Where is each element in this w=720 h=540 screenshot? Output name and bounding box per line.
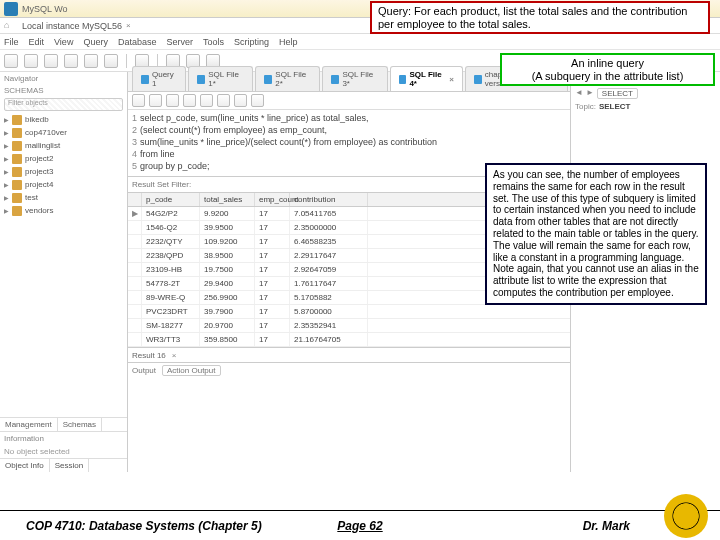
editor-button[interactable] xyxy=(132,94,145,107)
menu-server[interactable]: Server xyxy=(166,37,193,47)
expand-icon[interactable]: ▶ xyxy=(4,142,10,149)
select-command[interactable]: SELECT xyxy=(597,88,638,99)
cell[interactable]: 5.1705882 xyxy=(290,291,368,304)
schema-item[interactable]: ▶project4 xyxy=(4,178,123,191)
cell[interactable]: 17 xyxy=(255,333,290,346)
cell[interactable]: 2232/QTY xyxy=(142,235,200,248)
cell[interactable]: 23109-HB xyxy=(142,263,200,276)
editor-button[interactable] xyxy=(200,94,213,107)
col-totalsales[interactable]: total_sales xyxy=(200,193,255,206)
back-icon[interactable]: ◄ xyxy=(575,88,583,99)
table-row[interactable]: WR3/TT3359.85001721.16764705 xyxy=(128,333,570,347)
tab-object-info[interactable]: Object Info xyxy=(0,459,50,472)
cell[interactable]: 2238/QPD xyxy=(142,249,200,262)
cell[interactable]: 2.29117647 xyxy=(290,249,368,262)
tab-sqlfile4[interactable]: SQL File 4*× xyxy=(390,66,463,91)
cell[interactable]: 17 xyxy=(255,305,290,318)
cell[interactable]: 256.9900 xyxy=(200,291,255,304)
output-type-select[interactable]: Action Output xyxy=(162,365,220,376)
tab-sqlfile2[interactable]: SQL File 2* xyxy=(255,66,320,91)
cell[interactable]: 17 xyxy=(255,319,290,332)
cell[interactable]: 20.9700 xyxy=(200,319,255,332)
cell[interactable]: 89-WRE-Q xyxy=(142,291,200,304)
editor-button[interactable] xyxy=(183,94,196,107)
editor-button[interactable] xyxy=(149,94,162,107)
forward-icon[interactable]: ► xyxy=(586,88,594,99)
cell[interactable]: 17 xyxy=(255,249,290,262)
cell[interactable]: 38.9500 xyxy=(200,249,255,262)
tab-management[interactable]: Management xyxy=(0,418,58,431)
cell[interactable]: 17 xyxy=(255,263,290,276)
cell[interactable]: 359.8500 xyxy=(200,333,255,346)
cell[interactable]: 54G2/P2 xyxy=(142,207,200,220)
cell[interactable]: 39.9500 xyxy=(200,221,255,234)
editor-button[interactable] xyxy=(217,94,230,107)
toolbar-button[interactable] xyxy=(84,54,98,68)
cell[interactable]: 2.35000000 xyxy=(290,221,368,234)
expand-icon[interactable]: ▶ xyxy=(4,168,10,175)
tab-query1[interactable]: Query 1 xyxy=(132,66,186,91)
expand-icon[interactable]: ▶ xyxy=(4,207,10,214)
cell[interactable]: WR3/TT3 xyxy=(142,333,200,346)
schema-item[interactable]: ▶mailinglist xyxy=(4,139,123,152)
cell[interactable]: 2.35352941 xyxy=(290,319,368,332)
table-row[interactable]: SM-1827720.9700172.35352941 xyxy=(128,319,570,333)
tab-sqlfile1[interactable]: SQL File 1* xyxy=(188,66,253,91)
editor-button[interactable] xyxy=(234,94,247,107)
cell[interactable]: 1.76117647 xyxy=(290,277,368,290)
col-empcount[interactable]: emp_count xyxy=(255,193,290,206)
expand-icon[interactable]: ▶ xyxy=(4,181,10,188)
cell[interactable]: 29.9400 xyxy=(200,277,255,290)
home-icon[interactable]: ⌂ xyxy=(4,20,16,32)
tab-session[interactable]: Session xyxy=(50,459,89,472)
schema-item[interactable]: ▶bikedb xyxy=(4,113,123,126)
toolbar-button[interactable] xyxy=(104,54,118,68)
schema-item[interactable]: ▶cop4710ver xyxy=(4,126,123,139)
menu-edit[interactable]: Edit xyxy=(29,37,45,47)
menu-query[interactable]: Query xyxy=(83,37,108,47)
cell[interactable]: 17 xyxy=(255,235,290,248)
editor-button[interactable] xyxy=(251,94,264,107)
toolbar-button[interactable] xyxy=(24,54,38,68)
schema-item[interactable]: ▶test xyxy=(4,191,123,204)
menu-help[interactable]: Help xyxy=(279,37,298,47)
menu-file[interactable]: File xyxy=(4,37,19,47)
cell[interactable]: PVC23DRT xyxy=(142,305,200,318)
toolbar-button[interactable] xyxy=(64,54,78,68)
menu-tools[interactable]: Tools xyxy=(203,37,224,47)
expand-icon[interactable]: ▶ xyxy=(4,155,10,162)
col-pcode[interactable]: p_code xyxy=(142,193,200,206)
cell[interactable]: 6.46588235 xyxy=(290,235,368,248)
cell[interactable]: 2.92647059 xyxy=(290,263,368,276)
table-row[interactable]: PVC23DRT39.7900175.8700000 xyxy=(128,305,570,319)
close-icon[interactable]: × xyxy=(172,351,177,360)
editor-button[interactable] xyxy=(166,94,179,107)
menu-scripting[interactable]: Scripting xyxy=(234,37,269,47)
connection-name[interactable]: Local instance MySQL56 xyxy=(22,21,122,31)
cell[interactable]: 21.16764705 xyxy=(290,333,368,346)
toolbar-button[interactable] xyxy=(4,54,18,68)
expand-icon[interactable]: ▶ xyxy=(4,129,10,136)
cell[interactable]: SM-18277 xyxy=(142,319,200,332)
cell[interactable]: 19.7500 xyxy=(200,263,255,276)
cell[interactable]: 17 xyxy=(255,291,290,304)
cell[interactable]: 17 xyxy=(255,207,290,220)
cell[interactable]: 7.05411765 xyxy=(290,207,368,220)
cell[interactable]: 39.7900 xyxy=(200,305,255,318)
tab-sqlfile3[interactable]: SQL File 3* xyxy=(322,66,387,91)
col-contribution[interactable]: contribution xyxy=(290,193,368,206)
schema-item[interactable]: ▶project2 xyxy=(4,152,123,165)
cell[interactable]: 17 xyxy=(255,221,290,234)
close-icon[interactable]: × xyxy=(449,75,454,84)
cell[interactable]: 54778-2T xyxy=(142,277,200,290)
expand-icon[interactable]: ▶ xyxy=(4,194,10,201)
close-icon[interactable]: × xyxy=(126,21,131,30)
schema-filter-input[interactable]: Filter objects xyxy=(4,98,123,111)
menu-database[interactable]: Database xyxy=(118,37,157,47)
menu-view[interactable]: View xyxy=(54,37,73,47)
expand-icon[interactable]: ▶ xyxy=(4,116,10,123)
cell[interactable]: 1546-Q2 xyxy=(142,221,200,234)
cell[interactable]: 109.9200 xyxy=(200,235,255,248)
cell[interactable]: 17 xyxy=(255,277,290,290)
cell[interactable]: 5.8700000 xyxy=(290,305,368,318)
